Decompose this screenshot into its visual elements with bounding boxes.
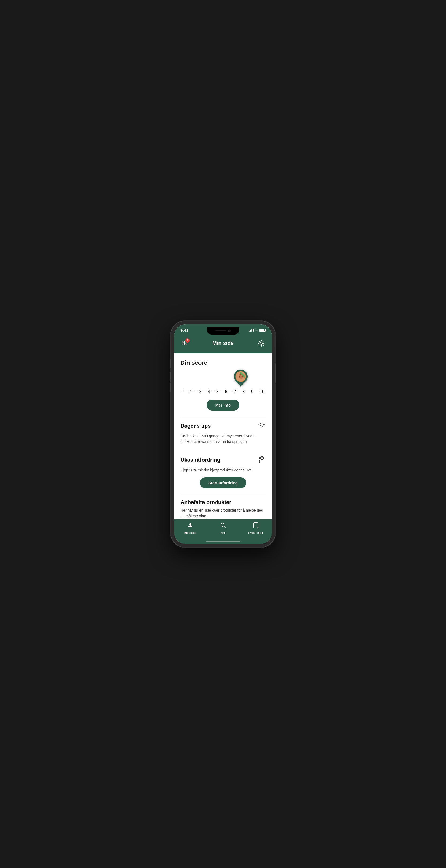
nav-item-min-side[interactable]: Min side — [174, 522, 207, 534]
score-dash — [219, 392, 225, 392]
score-dash — [254, 392, 260, 392]
wifi-icon: ∿ — [255, 328, 258, 332]
tips-header: Dagens tips — [180, 422, 266, 431]
svg-point-38 — [189, 523, 192, 525]
svg-rect-22 — [261, 456, 263, 458]
notch — [207, 327, 239, 335]
svg-line-15 — [260, 423, 260, 424]
score-num-2: 2 — [190, 390, 193, 394]
score-section: Din score — [174, 353, 272, 416]
start-challenge-button[interactable]: Start utfordring — [200, 477, 246, 488]
score-num-3: 3 — [199, 390, 201, 394]
score-num-10: 10 — [260, 390, 265, 394]
svg-rect-24 — [260, 458, 261, 459]
score-dash — [237, 392, 242, 392]
signal-bars-icon — [249, 329, 253, 332]
svg-line-16 — [264, 423, 265, 424]
products-description: Her har du en liste over produkter for å… — [180, 507, 266, 519]
nav-label-min-side: Min side — [184, 531, 196, 534]
svg-rect-41 — [253, 523, 258, 528]
score-pin — [234, 370, 248, 387]
settings-button[interactable] — [256, 338, 267, 349]
phone-frame: 9:41 ∿ — [171, 321, 275, 547]
score-num-9: 9 — [251, 390, 253, 394]
score-num-6: 6 — [225, 390, 227, 394]
speaker — [215, 331, 226, 332]
mer-info-button[interactable]: Mer info — [207, 400, 239, 410]
phone-screen: 9:41 ∿ — [174, 324, 272, 544]
notification-badge: 3 — [185, 338, 190, 343]
svg-rect-25 — [261, 458, 263, 459]
svg-point-5 — [260, 342, 262, 344]
svg-rect-23 — [263, 456, 264, 458]
challenge-section: Ukas utfordring — [174, 450, 272, 494]
nav-title: Min side — [212, 340, 234, 346]
battery-icon — [259, 329, 266, 332]
score-dash — [202, 392, 207, 392]
avatar — [235, 371, 246, 382]
nav-item-sok[interactable]: Søk — [207, 522, 239, 534]
battery-fill — [260, 329, 264, 331]
gear-icon — [258, 340, 265, 347]
score-dash — [210, 392, 216, 392]
front-camera — [228, 330, 231, 332]
flag-icon — [258, 456, 266, 465]
score-dash — [245, 392, 250, 392]
score-pin-body — [231, 367, 251, 386]
bottom-nav: Min side Søk — [174, 519, 272, 540]
score-num-8: 8 — [242, 390, 245, 394]
nav-bar: 3 Min side — [174, 335, 272, 353]
svg-point-12 — [260, 423, 264, 426]
status-time: 9:41 — [180, 328, 188, 333]
svg-point-3 — [183, 342, 184, 342]
score-num-7: 7 — [234, 390, 236, 394]
svg-point-39 — [221, 523, 224, 526]
tips-section: Dagens tips — [174, 416, 272, 450]
svg-rect-29 — [263, 459, 264, 460]
challenge-header: Ukas utfordring — [180, 456, 266, 465]
score-title: Din score — [180, 360, 266, 366]
products-title: Anbefalte produkter — [180, 499, 266, 505]
svg-rect-26 — [263, 458, 264, 459]
score-track-container: 1 2 3 4 5 6 7 8 — [180, 371, 266, 394]
challenge-text: Kjøp 50% mindre kjøttprodukter denne uka… — [180, 467, 266, 473]
svg-rect-28 — [261, 459, 263, 460]
notifications-button[interactable]: 3 — [179, 338, 190, 349]
products-section: Anbefalte produkter Her har du en liste … — [174, 494, 272, 519]
person-icon — [187, 522, 194, 530]
search-icon — [220, 522, 226, 530]
status-icons: ∿ — [249, 328, 266, 332]
score-num-4: 4 — [207, 390, 210, 394]
home-indicator-bar — [206, 541, 240, 542]
lightbulb-icon — [258, 422, 266, 431]
content-area: Din score — [174, 353, 272, 519]
nav-label-kvitteringer: Kvitteringer — [248, 531, 263, 534]
score-track: 1 2 3 4 5 6 7 8 — [180, 390, 266, 394]
avatar-face — [235, 371, 246, 382]
score-num-5: 5 — [216, 390, 219, 394]
receipt-icon — [252, 522, 259, 530]
svg-rect-21 — [260, 456, 261, 458]
nav-item-kvitteringer[interactable]: Kvitteringer — [239, 522, 272, 534]
home-indicator-area — [174, 540, 272, 544]
score-num-1: 1 — [181, 390, 184, 394]
svg-line-40 — [224, 526, 226, 528]
svg-rect-27 — [260, 459, 261, 460]
challenge-title: Ukas utfordring — [180, 457, 220, 463]
svg-point-4 — [185, 343, 186, 344]
nav-label-sok: Søk — [220, 531, 226, 534]
tips-title: Dagens tips — [180, 423, 211, 429]
score-dash — [228, 392, 233, 392]
score-dash — [193, 392, 198, 392]
score-dash — [184, 392, 190, 392]
tips-text: Det brukes 1500 ganger så mye energi ved… — [180, 433, 266, 444]
